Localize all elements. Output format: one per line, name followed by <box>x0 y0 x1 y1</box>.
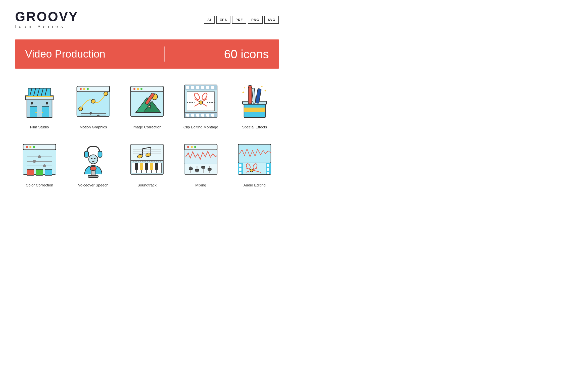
svg-point-31 <box>137 88 139 90</box>
icon-item-image-correction: Image Correction <box>123 81 171 129</box>
svg-point-59 <box>199 101 203 104</box>
svg-point-91 <box>91 158 92 159</box>
banner-count: 60 icons <box>224 47 269 61</box>
icon-item-mixing: Mixing <box>176 139 225 187</box>
svg-rect-52 <box>206 114 209 117</box>
icon-box-mixing <box>181 139 221 179</box>
banner: Video Production 60 icons <box>15 39 279 69</box>
badge-png: PNG <box>248 16 263 24</box>
icon-item-clip-editing-montage: Clip Editing Montage <box>176 81 225 129</box>
icon-box-voiceover-speech <box>73 139 113 179</box>
format-badges: AI EPS PDF PNG SVG <box>204 16 279 24</box>
page-wrapper: GROOVY Icon Series AI EPS PDF PNG SVG Vi… <box>0 0 294 197</box>
svg-point-140 <box>250 169 253 172</box>
icon-box-clip-editing-montage <box>181 81 221 121</box>
icon-item-voiceover-speech: Voiceover Speech <box>69 139 118 187</box>
svg-point-11 <box>42 112 43 113</box>
svg-rect-9 <box>42 106 49 118</box>
svg-point-19 <box>87 88 89 90</box>
icon-label-motion-graphics: Motion Graphics <box>79 125 107 129</box>
icon-label-image-correction: Image Correction <box>132 125 161 129</box>
svg-rect-95 <box>88 175 98 177</box>
svg-rect-46 <box>211 86 214 89</box>
svg-rect-41 <box>186 86 189 89</box>
icon-item-color-correction: Color Correction <box>15 139 64 187</box>
svg-rect-29 <box>131 86 163 92</box>
svg-text:✦: ✦ <box>264 89 267 92</box>
badge-eps: EPS <box>216 16 230 24</box>
icon-box-audio-editing <box>234 139 275 179</box>
badge-ai: AI <box>204 16 215 24</box>
icon-item-motion-graphics: Motion Graphics <box>69 81 118 129</box>
svg-rect-42 <box>191 86 194 89</box>
svg-point-92 <box>94 158 95 159</box>
svg-rect-88 <box>84 151 88 157</box>
svg-rect-45 <box>206 86 209 89</box>
svg-rect-112 <box>135 163 138 170</box>
icon-box-film-studio <box>19 81 60 121</box>
icon-label-audio-editing: Audio Editing <box>243 183 266 187</box>
icon-item-soundtrack: Soundtrack <box>123 139 171 187</box>
svg-rect-12 <box>26 96 53 97</box>
svg-point-22 <box>91 99 95 103</box>
svg-point-75 <box>26 146 28 148</box>
icon-item-audio-editing: Audio Editing <box>230 139 279 187</box>
svg-point-66 <box>248 85 252 88</box>
svg-rect-116 <box>155 163 158 170</box>
svg-point-120 <box>187 146 189 148</box>
badge-svg: SVG <box>264 16 279 24</box>
svg-point-21 <box>79 107 83 111</box>
svg-rect-50 <box>196 114 199 117</box>
icon-label-clip-editing-montage: Clip Editing Montage <box>183 125 218 129</box>
svg-point-14 <box>46 102 48 105</box>
svg-point-80 <box>38 155 41 158</box>
svg-point-30 <box>133 88 135 90</box>
svg-rect-74 <box>23 144 56 150</box>
icon-label-mixing: Mixing <box>195 183 206 187</box>
svg-point-13 <box>31 102 33 105</box>
svg-text:✦: ✦ <box>243 86 245 89</box>
icon-label-color-correction: Color Correction <box>26 183 53 187</box>
svg-point-18 <box>83 88 85 90</box>
svg-rect-63 <box>244 108 265 112</box>
logo-section: GROOVY Icon Series <box>15 10 78 29</box>
icon-item-special-effects: ✦ ✦ ✦ ✦ Special Effects <box>230 81 279 129</box>
icon-label-soundtrack: Soundtrack <box>137 183 157 187</box>
icon-box-motion-graphics <box>73 81 113 121</box>
svg-rect-147 <box>267 168 269 171</box>
svg-point-121 <box>191 146 193 148</box>
svg-rect-48 <box>186 114 189 117</box>
svg-rect-86 <box>36 169 43 175</box>
svg-rect-44 <box>201 86 204 89</box>
icon-label-voiceover-speech: Voiceover Speech <box>78 183 109 187</box>
svg-rect-113 <box>140 163 143 170</box>
banner-title: Video Production <box>25 48 105 60</box>
icon-box-soundtrack <box>127 139 167 179</box>
svg-rect-115 <box>150 163 153 170</box>
svg-point-84 <box>43 164 46 167</box>
icon-box-special-effects: ✦ ✦ ✦ ✦ <box>234 81 275 121</box>
svg-rect-132 <box>208 168 211 170</box>
icon-item-film-studio: Film Studio <box>15 81 64 129</box>
icon-box-color-correction <box>19 139 60 179</box>
svg-rect-130 <box>195 169 199 171</box>
svg-point-17 <box>80 88 82 90</box>
icon-label-special-effects: Special Effects <box>242 125 267 129</box>
svg-rect-129 <box>189 168 192 170</box>
banner-divider <box>164 46 165 62</box>
svg-rect-144 <box>239 172 241 174</box>
svg-rect-131 <box>202 166 205 168</box>
svg-rect-85 <box>27 169 34 175</box>
svg-rect-53 <box>211 114 214 117</box>
svg-rect-119 <box>184 144 217 150</box>
header: GROOVY Icon Series AI EPS PDF PNG SVG <box>15 10 279 29</box>
svg-text:✦: ✦ <box>261 85 263 88</box>
svg-point-23 <box>104 92 108 96</box>
svg-rect-143 <box>239 168 241 171</box>
svg-rect-148 <box>267 172 269 174</box>
logo-subtitle: Icon Series <box>15 24 78 29</box>
svg-point-76 <box>29 146 31 148</box>
svg-point-25 <box>89 112 92 115</box>
svg-point-122 <box>194 146 196 148</box>
badge-pdf: PDF <box>232 16 246 24</box>
